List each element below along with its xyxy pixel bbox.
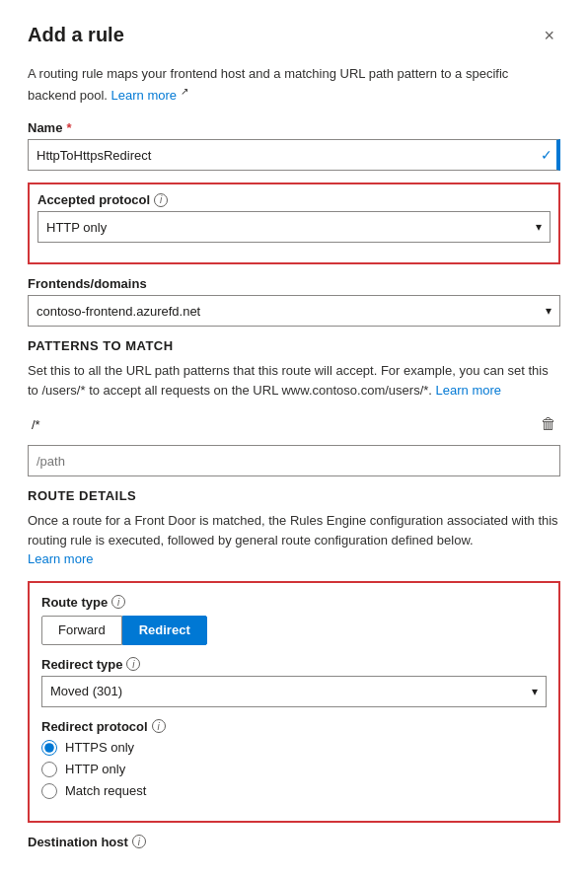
- destination-host-label: Destination host i: [28, 835, 560, 849]
- forward-toggle-button[interactable]: Forward: [41, 616, 122, 645]
- route-type-info-icon: i: [111, 595, 125, 609]
- redirect-protocol-label: Redirect protocol i: [41, 719, 547, 734]
- accepted-protocol-field-group: Accepted protocol i HTTP only ▾: [37, 192, 551, 243]
- route-details-section: ROUTE DETAILS Once a route for a Front D…: [28, 488, 560, 569]
- patterns-description: Set this to all the URL path patterns th…: [28, 361, 560, 400]
- route-type-section: Route type i Forward Redirect Redirect t…: [28, 581, 560, 823]
- redirect-type-info-icon: i: [126, 657, 140, 671]
- patterns-learn-more-link[interactable]: Learn more: [436, 383, 501, 398]
- redirect-toggle-button[interactable]: Redirect: [122, 616, 207, 645]
- bottom-bar: Add: [28, 849, 560, 877]
- route-details-title: ROUTE DETAILS: [28, 488, 560, 503]
- redirect-type-chevron-icon: ▾: [532, 685, 538, 698]
- route-type-label: Route type i: [41, 595, 547, 610]
- radio-option-https: HTTPS only: [41, 740, 547, 756]
- redirect-type-dropdown[interactable]: Moved (301) ▾: [41, 676, 547, 707]
- accepted-protocol-label: Accepted protocol i: [37, 192, 551, 207]
- destination-host-info-icon: i: [132, 835, 146, 848]
- name-field-group: Name * ✓: [28, 120, 560, 171]
- radio-option-match: Match request: [41, 783, 547, 799]
- route-details-learn-more-link[interactable]: Learn more: [28, 551, 93, 566]
- name-input[interactable]: [28, 139, 560, 171]
- delete-pattern-button[interactable]: 🗑: [537, 413, 560, 435]
- match-request-label: Match request: [65, 783, 146, 798]
- redirect-protocol-group: Redirect protocol i HTTPS only HTTP only…: [41, 719, 547, 799]
- http-only-label: HTTP only: [65, 762, 125, 776]
- redirect-protocol-info-icon: i: [152, 719, 166, 733]
- panel-description: A routing rule maps your frontend host a…: [28, 64, 560, 105]
- name-label: Name *: [28, 120, 560, 135]
- frontends-chevron-icon: ▾: [546, 304, 551, 318]
- pattern-value: /*: [28, 417, 40, 432]
- radio-option-http: HTTP only: [41, 762, 547, 777]
- add-rule-panel: Add a rule × A routing rule maps your fr…: [0, 0, 588, 877]
- required-indicator: *: [66, 120, 71, 135]
- match-request-radio[interactable]: [41, 783, 57, 799]
- patterns-section: PATTERNS TO MATCH Set this to all the UR…: [28, 338, 560, 476]
- http-only-radio[interactable]: [41, 762, 57, 777]
- close-button[interactable]: ×: [538, 24, 560, 48]
- panel-header: Add a rule ×: [28, 24, 560, 48]
- frontends-dropdown[interactable]: contoso-frontend.azurefd.net ▾: [28, 295, 560, 327]
- https-only-label: HTTPS only: [65, 740, 134, 755]
- panel-title: Add a rule: [28, 24, 124, 46]
- route-details-description: Once a route for a Front Door is matched…: [28, 511, 560, 569]
- accepted-protocol-chevron-icon: ▾: [536, 220, 542, 234]
- frontends-label: Frontends/domains: [28, 276, 560, 291]
- description-learn-more-link[interactable]: Learn more: [111, 88, 177, 103]
- accepted-protocol-info-icon: i: [154, 193, 168, 207]
- pattern-row: /* 🗑: [28, 409, 560, 439]
- name-input-wrapper: ✓: [28, 139, 560, 171]
- frontends-field-group: Frontends/domains contoso-frontend.azure…: [28, 276, 560, 327]
- patterns-section-title: PATTERNS TO MATCH: [28, 338, 560, 353]
- redirect-type-label: Redirect type i: [41, 657, 547, 672]
- redirect-type-field-group: Redirect type i Moved (301) ▾: [41, 657, 547, 707]
- checkmark-icon: ✓: [541, 147, 552, 163]
- accepted-protocol-dropdown[interactable]: HTTP only ▾: [37, 211, 551, 243]
- route-type-toggle: Forward Redirect: [41, 616, 547, 645]
- route-type-field-group: Route type i Forward Redirect: [41, 595, 547, 645]
- https-only-radio[interactable]: [41, 740, 57, 756]
- path-input[interactable]: [28, 445, 560, 476]
- accepted-protocol-section: Accepted protocol i HTTP only ▾: [28, 183, 560, 264]
- external-link-icon: ↗: [181, 86, 188, 97]
